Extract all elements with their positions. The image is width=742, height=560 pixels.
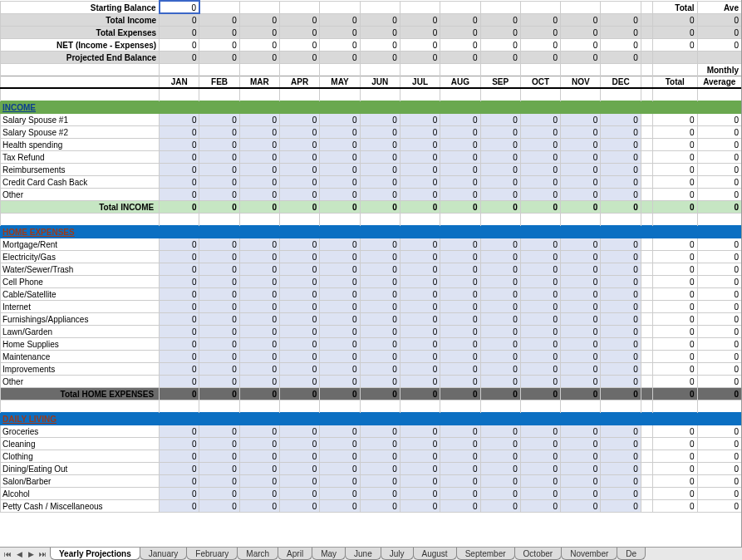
summary-cell[interactable]: 0 xyxy=(280,26,320,38)
data-cell[interactable]: 0 xyxy=(440,275,480,287)
data-cell[interactable]: 0 xyxy=(280,350,320,362)
data-cell[interactable]: 0 xyxy=(480,238,520,250)
sheet-tab[interactable]: June xyxy=(345,548,381,560)
data-cell[interactable]: 0 xyxy=(320,312,360,325)
data-cell[interactable]: 0 xyxy=(400,437,440,449)
data-cell[interactable]: 0 xyxy=(601,287,641,300)
data-cell[interactable]: 0 xyxy=(440,325,480,337)
summary-cell[interactable]: 0 xyxy=(601,13,641,26)
summary-cell[interactable]: 0 xyxy=(480,51,520,63)
data-cell[interactable]: 0 xyxy=(480,275,520,287)
data-cell[interactable]: 0 xyxy=(360,325,400,337)
data-cell[interactable]: 0 xyxy=(160,238,199,250)
data-cell[interactable]: 0 xyxy=(280,375,320,387)
data-cell[interactable]: 0 xyxy=(199,150,239,163)
data-cell[interactable]: 0 xyxy=(160,362,199,375)
data-cell[interactable]: 0 xyxy=(601,250,641,263)
data-cell[interactable]: 0 xyxy=(360,487,400,499)
data-cell[interactable]: 0 xyxy=(601,474,641,487)
data-cell[interactable]: 0 xyxy=(320,449,360,462)
data-cell[interactable]: 0 xyxy=(320,462,360,474)
data-cell[interactable]: 0 xyxy=(440,312,480,325)
data-cell[interactable]: 0 xyxy=(320,325,360,337)
data-cell[interactable]: 0 xyxy=(561,499,601,512)
data-cell[interactable]: 0 xyxy=(160,449,199,462)
data-cell[interactable]: 0 xyxy=(440,175,480,188)
data-cell[interactable]: 0 xyxy=(520,125,560,138)
data-cell[interactable]: 0 xyxy=(320,287,360,300)
data-cell[interactable]: 0 xyxy=(400,188,440,200)
data-cell[interactable]: 0 xyxy=(360,474,400,487)
data-cell[interactable]: 0 xyxy=(601,188,641,200)
data-cell[interactable]: 0 xyxy=(561,362,601,375)
data-cell[interactable]: 0 xyxy=(360,238,400,250)
data-cell[interactable]: 0 xyxy=(561,462,601,474)
data-cell[interactable]: 0 xyxy=(239,125,279,138)
data-cell[interactable]: 0 xyxy=(280,138,320,150)
data-cell[interactable]: 0 xyxy=(199,462,239,474)
data-cell[interactable]: 0 xyxy=(440,337,480,350)
data-cell[interactable]: 0 xyxy=(601,125,641,138)
data-cell[interactable]: 0 xyxy=(280,300,320,312)
sheet-tab[interactable]: January xyxy=(140,548,188,560)
summary-cell[interactable]: 0 xyxy=(280,38,320,51)
data-cell[interactable]: 0 xyxy=(360,150,400,163)
data-cell[interactable]: 0 xyxy=(239,499,279,512)
data-cell[interactable]: 0 xyxy=(480,287,520,300)
data-cell[interactable]: 0 xyxy=(320,188,360,200)
data-cell[interactable]: 0 xyxy=(520,337,560,350)
data-cell[interactable]: 0 xyxy=(360,499,400,512)
data-cell[interactable]: 0 xyxy=(561,487,601,499)
summary-cell[interactable]: 0 xyxy=(480,26,520,38)
summary-cell[interactable] xyxy=(320,1,360,13)
sheet-tab[interactable]: May xyxy=(312,548,346,560)
data-cell[interactable]: 0 xyxy=(400,263,440,275)
summary-cell[interactable]: 0 xyxy=(440,26,480,38)
data-cell[interactable]: 0 xyxy=(360,337,400,350)
data-cell[interactable]: 0 xyxy=(160,113,199,125)
data-cell[interactable]: 0 xyxy=(199,263,239,275)
data-cell[interactable]: 0 xyxy=(280,312,320,325)
data-cell[interactable]: 0 xyxy=(440,150,480,163)
summary-cell[interactable] xyxy=(601,1,641,13)
data-cell[interactable]: 0 xyxy=(561,238,601,250)
summary-cell[interactable] xyxy=(199,1,239,13)
summary-cell[interactable]: 0 xyxy=(239,38,279,51)
data-cell[interactable]: 0 xyxy=(601,238,641,250)
data-cell[interactable]: 0 xyxy=(601,312,641,325)
summary-cell[interactable]: 0 xyxy=(239,51,279,63)
data-cell[interactable]: 0 xyxy=(480,312,520,325)
summary-cell[interactable]: 0 xyxy=(440,38,480,51)
data-cell[interactable]: 0 xyxy=(360,449,400,462)
summary-cell[interactable]: 0 xyxy=(280,51,320,63)
summary-cell[interactable]: 0 xyxy=(160,13,199,26)
data-cell[interactable]: 0 xyxy=(199,375,239,387)
data-cell[interactable]: 0 xyxy=(239,175,279,188)
summary-cell[interactable]: 0 xyxy=(440,13,480,26)
data-cell[interactable]: 0 xyxy=(320,437,360,449)
data-cell[interactable]: 0 xyxy=(280,188,320,200)
data-cell[interactable]: 0 xyxy=(160,125,199,138)
data-cell[interactable]: 0 xyxy=(280,474,320,487)
summary-cell[interactable]: 0 xyxy=(480,13,520,26)
data-cell[interactable]: 0 xyxy=(280,263,320,275)
data-cell[interactable]: 0 xyxy=(520,375,560,387)
data-cell[interactable]: 0 xyxy=(280,425,320,437)
data-cell[interactable]: 0 xyxy=(440,125,480,138)
data-cell[interactable]: 0 xyxy=(400,125,440,138)
data-cell[interactable]: 0 xyxy=(360,113,400,125)
data-cell[interactable]: 0 xyxy=(160,287,199,300)
data-cell[interactable]: 0 xyxy=(520,188,560,200)
data-cell[interactable]: 0 xyxy=(561,163,601,175)
data-cell[interactable]: 0 xyxy=(320,474,360,487)
data-cell[interactable]: 0 xyxy=(561,263,601,275)
data-cell[interactable]: 0 xyxy=(480,350,520,362)
data-cell[interactable]: 0 xyxy=(199,425,239,437)
data-cell[interactable]: 0 xyxy=(199,188,239,200)
data-cell[interactable]: 0 xyxy=(440,238,480,250)
data-cell[interactable]: 0 xyxy=(199,300,239,312)
data-cell[interactable]: 0 xyxy=(400,138,440,150)
summary-cell[interactable]: 0 xyxy=(520,38,560,51)
data-cell[interactable]: 0 xyxy=(440,138,480,150)
summary-cell[interactable]: 0 xyxy=(561,51,601,63)
